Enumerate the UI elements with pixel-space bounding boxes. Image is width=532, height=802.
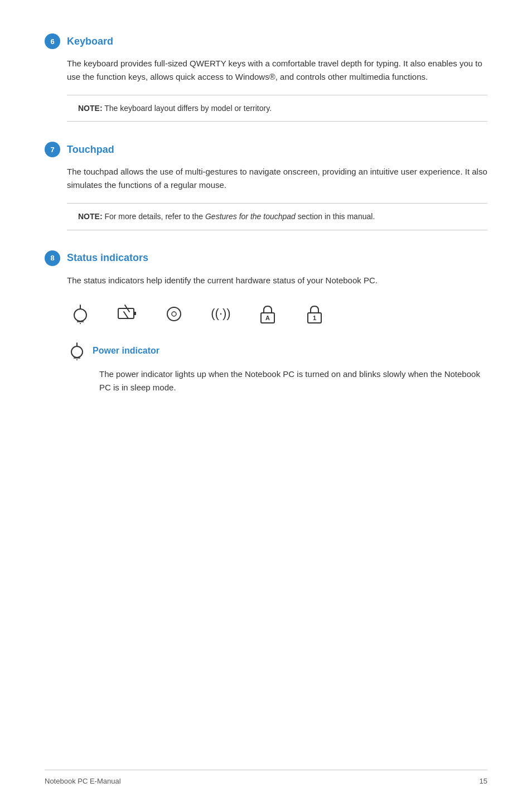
section-keyboard: 6 Keyboard The keyboard provides full-si… [45, 33, 487, 122]
note-7-label: NOTE: [78, 212, 103, 221]
note-7-text-after: section in this manual. [296, 212, 375, 221]
svg-text:A: A [265, 315, 270, 321]
svg-text:((·)): ((·)) [211, 306, 230, 320]
section-8-header: 8 Status indicators [45, 250, 487, 266]
footer-left: Notebook PC E-Manual [45, 777, 121, 785]
section-8-body: The status indicators help identify the … [67, 274, 487, 287]
section-7-note: NOTE: For more details, refer to the Ges… [67, 203, 487, 230]
section-6-number: 6 [45, 33, 60, 49]
note-7-text-before: For more details, refer to the [104, 212, 205, 221]
svg-point-9 [172, 312, 176, 316]
svg-line-7 [124, 312, 128, 318]
svg-point-15 [71, 346, 83, 357]
caps-status-icon: A [254, 301, 281, 327]
power-indicator-title: Power indicator [93, 346, 159, 356]
hdd-status-icon [161, 301, 187, 327]
svg-rect-5 [134, 312, 136, 315]
power-indicator-body: The power indicator lights up when the N… [99, 368, 487, 394]
svg-point-0 [74, 309, 86, 321]
section-6-header: 6 Keyboard [45, 33, 487, 49]
power-indicator-icon [67, 341, 87, 361]
section-7-body: The touchpad allows the use of multi-ges… [67, 165, 487, 192]
wifi-status-icon: ((·)) [207, 301, 234, 327]
svg-rect-8 [167, 307, 181, 321]
section-touchpad: 7 Touchpad The touchpad allows the use o… [45, 142, 487, 230]
note-7-italic: Gestures for the touchpad [205, 212, 296, 221]
note-6-label: NOTE: [78, 104, 103, 113]
power-indicator-header: Power indicator [67, 341, 487, 361]
page-container: 6 Keyboard The keyboard provides full-si… [0, 0, 532, 802]
section-7-title: Touchpad [67, 144, 114, 156]
section-6-body: The keyboard provides full-sized QWERTY … [67, 57, 487, 84]
num-status-icon: 1 [301, 301, 328, 327]
section-8-title: Status indicators [67, 252, 148, 264]
section-8-number: 8 [45, 250, 60, 266]
section-6-title: Keyboard [67, 36, 113, 47]
section-status-indicators: 8 Status indicators The status indicator… [45, 250, 487, 394]
battery-status-icon [114, 301, 141, 327]
page-footer: Notebook PC E-Manual 15 [45, 770, 487, 785]
svg-text:1: 1 [313, 315, 316, 321]
section-7-number: 7 [45, 142, 60, 157]
power-status-icon [67, 301, 94, 327]
power-indicator-section: Power indicator The power indicator ligh… [67, 341, 487, 394]
note-6-text: The keyboard layout differs by model or … [104, 104, 272, 113]
section-7-header: 7 Touchpad [45, 142, 487, 157]
status-icons-row: ((·)) A [67, 301, 487, 327]
footer-right: 15 [480, 777, 487, 785]
section-6-note: NOTE: The keyboard layout differs by mod… [67, 95, 487, 122]
svg-rect-4 [118, 308, 134, 318]
